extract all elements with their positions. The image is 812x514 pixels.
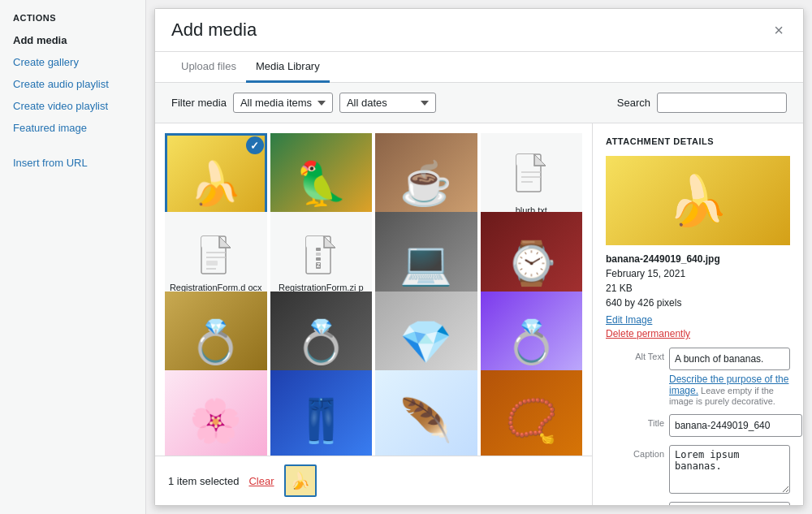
media-item-feather[interactable]: 🪶 <box>375 370 477 456</box>
file-icon-regform-zip: Z <box>304 235 337 278</box>
filter-label: Filter media <box>171 97 227 109</box>
alt-text-input[interactable] <box>669 348 790 370</box>
svg-rect-15 <box>316 257 321 261</box>
media-item-pink[interactable]: 🌸 <box>165 370 267 456</box>
filter-date-select[interactable]: All dates January 2021 February 2021 <box>339 93 436 113</box>
caption-field-row: Caption Lorem ipsum bananas. <box>606 445 790 494</box>
delete-permanently-link[interactable]: Delete permanently <box>606 328 690 339</box>
attachment-dimensions: 640 by 426 pixels <box>606 297 790 309</box>
attachment-filesize: 21 KB <box>606 283 790 294</box>
attachment-date: February 15, 2021 <box>606 268 790 279</box>
media-grid-wrapper: 🍌 ✓ 🦜 ☕ <box>155 123 592 505</box>
svg-rect-13 <box>316 248 321 251</box>
file-icon-regform-docx <box>200 235 232 278</box>
alt-text-field-row: Alt Text Describe the purpose of the ima… <box>606 348 790 406</box>
attachment-thumbnail: 🍌 <box>606 156 790 245</box>
description-field-row: Description <box>606 502 790 505</box>
media-item-denim[interactable]: 👖 <box>270 370 373 456</box>
title-field-row: Title <box>606 414 790 437</box>
filter-search: Search <box>617 93 787 113</box>
sidebar-divider <box>0 139 145 152</box>
modal: Add media × Upload files Media Library F… <box>154 8 804 506</box>
selected-count: 1 item selected <box>168 475 239 487</box>
sidebar-item-create-audio-playlist[interactable]: Create audio playlist <box>0 73 145 95</box>
svg-text:Z: Z <box>317 262 321 268</box>
media-footer: 1 item selected Clear 🍌 <box>155 456 592 505</box>
selected-thumbnail: 🍌 <box>284 464 317 497</box>
alt-text-hint: Describe the purpose of the image. Leave… <box>669 374 790 406</box>
tab-media-library[interactable]: Media Library <box>246 52 330 83</box>
description-textarea[interactable] <box>669 502 790 505</box>
caption-textarea[interactable]: Lorem ipsum bananas. <box>669 445 790 494</box>
search-label: Search <box>617 97 650 109</box>
media-item-jewelry[interactable]: 📿 <box>481 370 583 456</box>
attachment-panel: ATTACHMENT DETAILS 🍌 banana-2449019_640.… <box>592 123 803 505</box>
modal-title: Add media <box>171 19 257 41</box>
modal-close-button[interactable]: × <box>771 19 787 41</box>
selected-check: ✓ <box>246 136 264 154</box>
svg-rect-14 <box>316 253 321 256</box>
edit-image-link[interactable]: Edit Image <box>606 314 652 326</box>
title-input[interactable] <box>669 414 802 437</box>
search-input[interactable] <box>657 93 787 113</box>
svg-rect-9 <box>206 261 218 266</box>
sidebar-item-create-video-playlist[interactable]: Create video playlist <box>0 95 145 117</box>
sidebar-section-title: Actions <box>0 13 145 29</box>
description-label: Description <box>606 502 664 505</box>
caption-label: Caption <box>606 445 664 459</box>
sidebar-item-create-gallery[interactable]: Create gallery <box>0 51 145 73</box>
filter-bar: Filter media All media items Images Audi… <box>155 83 803 123</box>
modal-body: 🍌 ✓ 🦜 ☕ <box>155 123 803 505</box>
sidebar-item-add-media[interactable]: Add media <box>0 29 145 51</box>
filter-media-select[interactable]: All media items Images Audio Video Docum… <box>233 93 333 113</box>
clear-selection-button[interactable]: Clear <box>248 475 274 487</box>
svg-rect-6 <box>201 236 219 248</box>
svg-rect-1 <box>516 154 534 166</box>
modal-header: Add media × <box>155 9 803 52</box>
title-label: Title <box>606 414 664 428</box>
attachment-filename: banana-2449019_640.jpg <box>606 253 790 265</box>
alt-text-label: Alt Text <box>606 348 664 361</box>
attachment-panel-title: ATTACHMENT DETAILS <box>606 136 790 146</box>
sidebar-item-featured-image[interactable]: Featured image <box>0 117 145 139</box>
file-icon-blurb <box>515 153 547 201</box>
sidebar: Actions Add media Create gallery Create … <box>0 0 146 514</box>
media-grid: 🍌 ✓ 🦜 ☕ <box>155 123 592 456</box>
tabs: Upload files Media Library <box>155 52 803 83</box>
sidebar-item-insert-from-url[interactable]: Insert from URL <box>0 152 145 174</box>
tab-upload-files[interactable]: Upload files <box>171 52 246 83</box>
svg-rect-12 <box>306 236 324 248</box>
